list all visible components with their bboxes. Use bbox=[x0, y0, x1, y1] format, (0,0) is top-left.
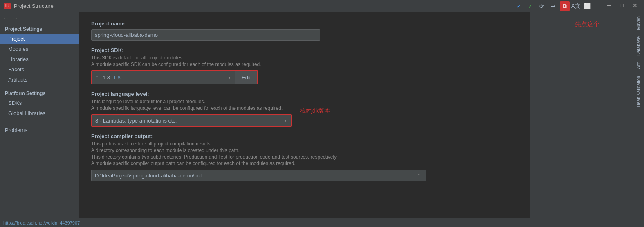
app-icon: IU bbox=[4, 3, 11, 9]
sdk-edit-button[interactable]: Edit bbox=[235, 71, 257, 84]
compiler-desc4: A module specific compiler output path c… bbox=[91, 161, 517, 166]
project-name-input[interactable] bbox=[91, 29, 320, 41]
history-btn[interactable]: ⟳ bbox=[537, 1, 547, 11]
status-bar: https://blog.csdn.net/weixin_44397907 bbox=[0, 218, 644, 227]
ant-label[interactable]: Ant bbox=[635, 60, 642, 72]
project-name-label: Project name: bbox=[91, 20, 517, 27]
sidebar: ← → Project Settings Project Modules Lib… bbox=[0, 12, 79, 218]
compiler-folder-btn[interactable]: 🗀 bbox=[417, 172, 423, 179]
sdk-desc1: This SDK is default for all project modu… bbox=[91, 55, 517, 61]
nav-forward[interactable]: → bbox=[12, 15, 18, 21]
lang-dropdown[interactable]: 8 - Lambdas, type annotations etc. ▼ bbox=[91, 114, 292, 127]
nav-arrows: ← → bbox=[0, 12, 79, 24]
compiler-title: Project compiler output: bbox=[91, 133, 517, 139]
sdk-group: 🗀 1.8 1.8 ▼ Edit bbox=[91, 70, 258, 84]
tool-labels: Maven Database Ant Bean Validation bbox=[633, 12, 644, 218]
sdk-version: 1.8 bbox=[113, 75, 121, 81]
compiler-output-value: D:\IdeaProject\spring-cloud-alibaba-demo… bbox=[95, 173, 417, 179]
right-panel: 先点这个 Maven Database Ant Bean Validation bbox=[530, 12, 644, 218]
status-url[interactable]: https://blog.csdn.net/weixin_44397907 bbox=[3, 220, 80, 225]
check-green-btn[interactable]: ✓ bbox=[525, 1, 535, 11]
lang-arrow-icon: ▼ bbox=[283, 118, 287, 123]
toolbar: ✓ ✓ ⟳ ↩ ⧉ A文 ⬜ bbox=[514, 1, 592, 11]
sidebar-item-artifacts[interactable]: Artifacts bbox=[0, 75, 79, 85]
folder-icon: 🗀 bbox=[95, 75, 100, 80]
title-bar: IU Project Structure ✓ ✓ ⟳ ↩ ⧉ A文 ⬜ ─ □ … bbox=[0, 0, 644, 12]
bean-validation-label[interactable]: Bean Validation bbox=[635, 73, 642, 109]
compiler-desc3: This directory contains two subdirectori… bbox=[91, 154, 517, 160]
sidebar-item-global-libraries[interactable]: Global Libraries bbox=[0, 108, 79, 118]
right-annotation-text: 先点这个 bbox=[575, 20, 599, 27]
content-area: Project name: Project SDK: This SDK is d… bbox=[79, 12, 530, 218]
minimize-btn[interactable]: ─ bbox=[605, 1, 614, 11]
sidebar-item-problems[interactable]: Problems bbox=[0, 125, 79, 135]
lang-value: 8 - Lambdas, type annotations etc. bbox=[95, 118, 283, 124]
platform-settings-header: Platform Settings bbox=[0, 88, 79, 98]
window: IU Project Structure ✓ ✓ ⟳ ↩ ⧉ A文 ⬜ ─ □ … bbox=[0, 0, 644, 227]
lang-left: Project language level: This language le… bbox=[91, 91, 292, 133]
window-controls: ✓ ✓ ⟳ ↩ ⧉ A文 ⬜ ─ □ ✕ bbox=[514, 1, 640, 11]
project-settings-header: Project Settings bbox=[0, 24, 79, 34]
lang-desc2: A module specific language level can be … bbox=[91, 105, 292, 111]
maximize-btn[interactable]: □ bbox=[618, 1, 626, 11]
window-title: Project Structure bbox=[14, 3, 54, 9]
lang-annotation: 核对jdk版本 bbox=[300, 91, 330, 115]
sdk-dropdown[interactable]: 🗀 1.8 1.8 ▼ bbox=[92, 71, 235, 84]
sidebar-item-modules[interactable]: Modules bbox=[0, 44, 79, 54]
sidebar-item-facets[interactable]: Facets bbox=[0, 64, 79, 75]
sidebar-item-libraries[interactable]: Libraries bbox=[0, 54, 79, 64]
main-layout: ← → Project Settings Project Modules Lib… bbox=[0, 12, 644, 218]
compiler-desc1: This path is used to store all project c… bbox=[91, 141, 517, 147]
lang-desc1: This language level is default for all p… bbox=[91, 99, 292, 104]
sidebar-item-sdks[interactable]: SDKs bbox=[0, 98, 79, 108]
right-annotation: 先点这个 bbox=[530, 12, 644, 28]
sdk-arrow-icon: ▼ bbox=[227, 75, 231, 80]
database-label[interactable]: Database bbox=[635, 34, 642, 58]
close-btn[interactable]: ✕ bbox=[630, 1, 640, 11]
translate-btn[interactable]: A文 bbox=[571, 1, 581, 11]
check-blue-btn[interactable]: ✓ bbox=[514, 1, 524, 11]
sidebar-item-project[interactable]: Project bbox=[0, 34, 79, 44]
revert-btn[interactable]: ↩ bbox=[548, 1, 558, 11]
sdk-desc2: A module specific SDK can be configured … bbox=[91, 61, 517, 67]
nav-back[interactable]: ← bbox=[3, 15, 9, 21]
lang-section: Project language level: This language le… bbox=[91, 91, 517, 133]
compiler-output-path: D:\IdeaProject\spring-cloud-alibaba-demo… bbox=[91, 170, 426, 181]
sdk-value: 1.8 1.8 bbox=[103, 75, 227, 81]
split-btn[interactable]: ⬜ bbox=[583, 1, 592, 11]
lang-title: Project language level: bbox=[91, 91, 292, 97]
compiler-desc2: A directory corresponding to each module… bbox=[91, 148, 517, 153]
copy-btn[interactable]: ⧉ bbox=[560, 1, 570, 11]
maven-label[interactable]: Maven bbox=[635, 14, 642, 32]
sdk-title: Project SDK: bbox=[91, 47, 517, 53]
